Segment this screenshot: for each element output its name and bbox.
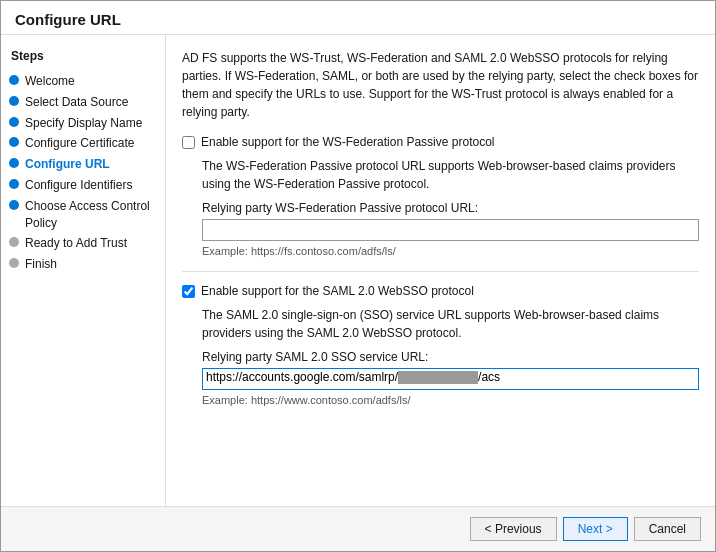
sidebar-item-ready-to-add-trust[interactable]: Ready to Add Trust xyxy=(1,233,165,254)
sidebar-item-configure-url[interactable]: Configure URL xyxy=(1,154,165,175)
saml-checkbox[interactable] xyxy=(182,285,195,298)
main-content: AD FS supports the WS-Trust, WS-Federati… xyxy=(166,35,715,506)
title-bar: Configure URL xyxy=(1,1,715,35)
previous-button[interactable]: < Previous xyxy=(470,517,557,541)
sidebar: Steps Welcome Select Data Source Specify… xyxy=(1,35,166,506)
content-area: Steps Welcome Select Data Source Specify… xyxy=(1,35,715,506)
ws-federation-checkbox[interactable] xyxy=(182,136,195,149)
dot-icon-welcome xyxy=(9,75,19,85)
saml-section: Enable support for the SAML 2.0 WebSSO p… xyxy=(182,284,699,406)
dot-icon-configure-certificate xyxy=(9,137,19,147)
sidebar-item-finish[interactable]: Finish xyxy=(1,254,165,275)
ws-federation-section: Enable support for the WS-Federation Pas… xyxy=(182,135,699,257)
saml-details: The SAML 2.0 single-sign-on (SSO) servic… xyxy=(202,306,699,406)
ws-federation-checkbox-label[interactable]: Enable support for the WS-Federation Pas… xyxy=(201,135,494,149)
saml-sub-description: The SAML 2.0 single-sign-on (SSO) servic… xyxy=(202,306,699,342)
ws-federation-checkbox-row: Enable support for the WS-Federation Pas… xyxy=(182,135,699,149)
sidebar-label-configure-certificate: Configure Certificate xyxy=(25,135,134,152)
dot-icon-select-data-source xyxy=(9,96,19,106)
section-divider xyxy=(182,271,699,272)
saml-checkbox-row: Enable support for the SAML 2.0 WebSSO p… xyxy=(182,284,699,298)
ws-federation-url-input[interactable] xyxy=(202,219,699,241)
sidebar-item-specify-display-name[interactable]: Specify Display Name xyxy=(1,113,165,134)
sidebar-label-ready-to-add-trust: Ready to Add Trust xyxy=(25,235,127,252)
sidebar-label-select-data-source: Select Data Source xyxy=(25,94,128,111)
saml-example: Example: https://www.contoso.com/adfs/ls… xyxy=(202,394,699,406)
dot-icon-configure-url xyxy=(9,158,19,168)
saml-field-label: Relying party SAML 2.0 SSO service URL: xyxy=(202,350,699,364)
sidebar-item-choose-access-control[interactable]: Choose Access Control Policy xyxy=(1,196,165,234)
sidebar-item-select-data-source[interactable]: Select Data Source xyxy=(1,92,165,113)
ws-federation-example: Example: https://fs.contoso.com/adfs/ls/ xyxy=(202,245,699,257)
footer: < Previous Next > Cancel xyxy=(1,506,715,551)
next-button[interactable]: Next > xyxy=(563,517,628,541)
saml-checkbox-label[interactable]: Enable support for the SAML 2.0 WebSSO p… xyxy=(201,284,474,298)
ws-federation-sub-description: The WS-Federation Passive protocol URL s… xyxy=(202,157,699,193)
sidebar-item-configure-certificate[interactable]: Configure Certificate xyxy=(1,133,165,154)
dot-icon-finish xyxy=(9,258,19,268)
steps-label: Steps xyxy=(1,45,165,71)
dot-icon-configure-identifiers xyxy=(9,179,19,189)
sidebar-item-welcome[interactable]: Welcome xyxy=(1,71,165,92)
dot-icon-ready-to-add-trust xyxy=(9,237,19,247)
sidebar-label-configure-identifiers: Configure Identifiers xyxy=(25,177,132,194)
sidebar-label-configure-url: Configure URL xyxy=(25,156,110,173)
sidebar-label-finish: Finish xyxy=(25,256,57,273)
main-description: AD FS supports the WS-Trust, WS-Federati… xyxy=(182,49,699,121)
window-title: Configure URL xyxy=(15,11,701,28)
ws-federation-details: The WS-Federation Passive protocol URL s… xyxy=(202,157,699,257)
sidebar-label-welcome: Welcome xyxy=(25,73,75,90)
saml-url-input[interactable] xyxy=(202,368,699,390)
dot-icon-specify-display-name xyxy=(9,117,19,127)
cancel-button[interactable]: Cancel xyxy=(634,517,701,541)
ws-federation-field-label: Relying party WS-Federation Passive prot… xyxy=(202,201,699,215)
configure-url-window: Configure URL Steps Welcome Select Data … xyxy=(0,0,716,552)
sidebar-item-configure-identifiers[interactable]: Configure Identifiers xyxy=(1,175,165,196)
sidebar-label-specify-display-name: Specify Display Name xyxy=(25,115,142,132)
dot-icon-choose-access-control xyxy=(9,200,19,210)
sidebar-label-choose-access-control: Choose Access Control Policy xyxy=(25,198,157,232)
